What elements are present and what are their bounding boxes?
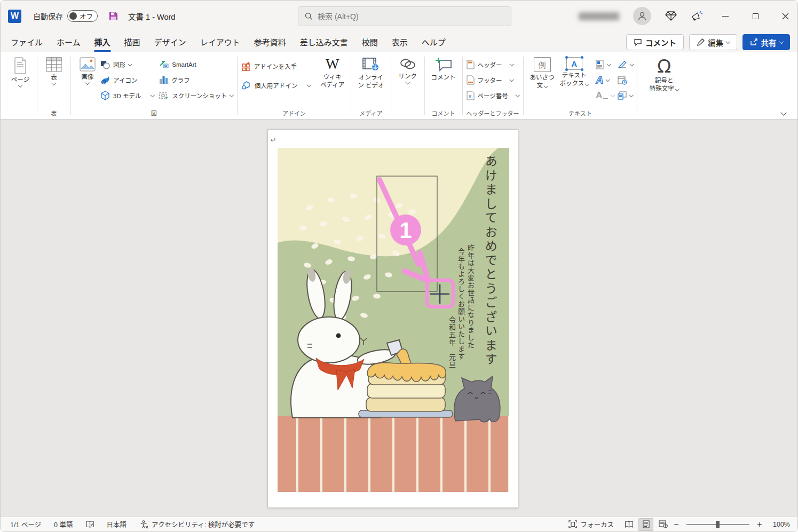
text-box-button[interactable]: A テキストボックス xyxy=(557,55,591,90)
screenshot-button[interactable]: スクリーンショット xyxy=(159,90,233,101)
group-media: オンライン ビデオ メディア xyxy=(351,53,390,119)
page-number-icon: # xyxy=(467,91,475,100)
group-label-table: 表 xyxy=(37,109,70,117)
search-input[interactable] xyxy=(318,12,504,21)
collapse-ribbon-icon[interactable] xyxy=(780,109,786,115)
chevron-down-icon xyxy=(611,93,615,97)
wordart-button[interactable]: A xyxy=(596,74,614,86)
zoom-level[interactable]: 100% xyxy=(765,521,790,528)
annotation-layer: 1 xyxy=(278,148,509,492)
svg-text:#: # xyxy=(469,94,471,99)
tab-design[interactable]: デザイン xyxy=(147,33,193,51)
chevron-down-icon xyxy=(85,81,90,85)
header-button[interactable]: ヘッダー xyxy=(467,59,519,70)
tab-review[interactable]: 校閲 xyxy=(355,33,385,51)
maximize-icon xyxy=(753,13,759,19)
maximize-button[interactable] xyxy=(747,8,763,24)
object-button[interactable] xyxy=(618,90,634,101)
tab-file[interactable]: ファイル xyxy=(4,33,50,51)
tab-view[interactable]: 表示 xyxy=(385,33,415,51)
tab-home[interactable]: ホーム xyxy=(50,33,88,51)
premium-diamond-icon[interactable] xyxy=(665,11,677,21)
accessibility-status[interactable]: アクセシビリティ: 検討が必要です xyxy=(134,517,260,531)
chevron-down-icon xyxy=(230,93,234,97)
feedback-megaphone-icon[interactable] xyxy=(691,10,704,22)
word-count[interactable]: 0 単語 xyxy=(49,517,78,531)
read-mode-button[interactable] xyxy=(621,518,636,531)
editing-button[interactable]: 編集 xyxy=(689,34,737,50)
get-addins-button[interactable]: アドインを入手 xyxy=(241,60,310,72)
footer-button[interactable]: フッター xyxy=(467,74,519,86)
share-button[interactable]: 共有 xyxy=(742,34,791,50)
avatar[interactable] xyxy=(633,7,651,25)
3d-model-icon xyxy=(100,91,110,100)
web-layout-button[interactable] xyxy=(655,518,670,531)
close-button[interactable] xyxy=(777,8,793,24)
tabrow-actions: コメント 編集 共有 xyxy=(626,34,790,50)
chart-button[interactable]: グラフ xyxy=(159,74,233,86)
tab-insert[interactable]: 挿入 xyxy=(88,33,117,51)
chevron-down-icon xyxy=(18,83,22,88)
table-button[interactable]: 表 xyxy=(41,55,67,86)
zoom-out-button[interactable]: − xyxy=(673,520,680,529)
tab-layout[interactable]: レイアウト xyxy=(193,33,247,51)
comments-button[interactable]: コメント xyxy=(626,34,684,50)
titlebar-right xyxy=(579,1,793,31)
zoom-slider[interactable] xyxy=(686,524,749,525)
icons-icon xyxy=(100,76,110,85)
chevron-down-icon xyxy=(779,39,783,44)
3d-models-button[interactable]: 3D モデル xyxy=(100,90,154,101)
pencil-icon xyxy=(697,38,705,46)
language-indicator[interactable]: 日本語 xyxy=(101,517,132,531)
chevron-down-icon xyxy=(630,62,634,66)
smartart-button[interactable]: SmartArt xyxy=(159,59,233,70)
drop-cap-button[interactable]: A xyxy=(596,90,614,101)
new-comment-button[interactable]: コメント xyxy=(429,55,459,84)
group-symbols: Ω 記号と特殊文字 xyxy=(637,53,691,119)
minimize-button[interactable] xyxy=(717,8,733,24)
link-button[interactable]: リンク xyxy=(395,55,421,85)
group-label-text: テキスト xyxy=(524,109,637,117)
document-page[interactable]: ↵ xyxy=(267,129,518,508)
group-link: リンク xyxy=(391,53,424,119)
search-box[interactable] xyxy=(298,6,511,26)
greeting-text-button[interactable]: 例 あいさつ文 xyxy=(527,55,557,92)
word-logo-icon[interactable]: W xyxy=(8,10,21,23)
ribbon-tab-row: ファイル ホーム 挿入 描画 デザイン レイアウト 参考資料 差し込み文書 校閲… xyxy=(1,31,797,52)
zoom-in-button[interactable]: + xyxy=(756,520,763,529)
shapes-button[interactable]: 図形 xyxy=(100,59,154,70)
symbol-button[interactable]: Ω 記号と特殊文字 xyxy=(641,55,687,95)
page-number-button[interactable]: # ページ番号 xyxy=(467,90,519,101)
tab-draw[interactable]: 描画 xyxy=(117,33,147,51)
tab-mailings[interactable]: 差し込み文書 xyxy=(293,33,355,51)
page-icon xyxy=(13,57,28,74)
online-video-button[interactable]: オンライン ビデオ xyxy=(355,55,386,92)
tab-help[interactable]: ヘルプ xyxy=(415,33,453,51)
wikipedia-icon: W xyxy=(326,57,339,72)
print-layout-button[interactable] xyxy=(638,518,653,531)
wikipedia-button[interactable]: W ウィキペディア xyxy=(318,55,347,91)
read-mode-icon xyxy=(625,521,634,528)
tab-references[interactable]: 参考資料 xyxy=(247,33,293,51)
date-time-button[interactable] xyxy=(618,74,634,86)
my-addins-icon xyxy=(241,81,251,90)
page-indicator[interactable]: 1/1 ページ xyxy=(9,517,46,531)
my-addins-button[interactable]: 個人用アドイン xyxy=(241,80,310,91)
zoom-slider-handle[interactable] xyxy=(716,521,720,528)
chevron-down-icon xyxy=(544,84,548,88)
icons-button[interactable]: アイコン xyxy=(100,74,154,86)
picture-button[interactable]: 画像 xyxy=(75,55,100,86)
chevron-down-icon xyxy=(52,81,56,85)
proofing-status[interactable] xyxy=(81,517,99,531)
autosave-toggle[interactable]: オフ xyxy=(67,10,98,22)
comment-bubble-icon xyxy=(634,38,642,46)
get-addins-icon xyxy=(241,61,251,71)
quick-parts-button[interactable] xyxy=(596,59,614,70)
pages-button[interactable]: ページ xyxy=(7,55,33,89)
signature-line-button[interactable] xyxy=(618,59,634,70)
focus-mode-button[interactable]: フォーカス xyxy=(563,519,619,529)
search-icon xyxy=(305,12,313,20)
save-icon[interactable] xyxy=(108,11,118,21)
minimize-icon xyxy=(722,16,729,17)
quick-parts-icon xyxy=(596,60,604,69)
